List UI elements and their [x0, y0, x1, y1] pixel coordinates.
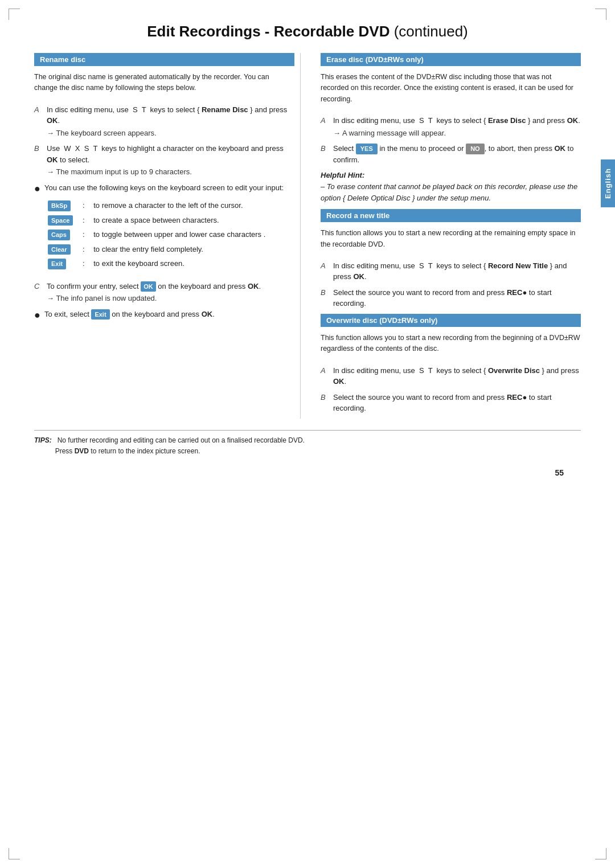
bksp-desc: to remove a character to the left of the… [91, 199, 282, 212]
rename-step-c: C To confirm your entry, select OK on th… [34, 281, 294, 304]
keyboard-keys-list: ● You can use the following keys on the … [34, 182, 294, 276]
clear-desc: to clear the entry field completely. [91, 243, 282, 256]
col-left: Rename disc The original disc name is ge… [34, 53, 301, 419]
corner-mark-br [595, 848, 606, 859]
rename-step-a: A In disc editing menu, use S T keys to … [34, 104, 294, 139]
record-step-a: A In disc editing menu, use S T keys to … [321, 260, 581, 282]
page: English Edit Recordings - Recordable DVD… [0, 0, 615, 868]
step-a-body: In disc editing menu, use S T keys to se… [47, 104, 294, 139]
bullet-dot-1: ● [34, 182, 44, 276]
erase-disc-header: Erase disc (DVD±RWs only) [321, 53, 581, 66]
col-right: Erase disc (DVD±RWs only) This erases th… [318, 53, 581, 419]
erase-steps: A In disc editing menu, use S T keys to … [321, 115, 581, 165]
no-button-inline: NO [466, 144, 485, 154]
rename-step-c-list: C To confirm your entry, select OK on th… [34, 281, 294, 304]
step-letter-b: B [34, 143, 47, 178]
yes-button-inline: YES [356, 144, 378, 154]
step-b-note: The maximum input is up to 9 characters. [47, 166, 294, 178]
rename-step-b: B Use W X S T keys to highlight a charac… [34, 143, 294, 178]
page-title: Edit Recordings - Recordable DVD (contin… [34, 23, 581, 40]
erase-step-letter-b: B [321, 143, 333, 165]
caps-key: Caps [48, 230, 70, 240]
step-letter-c: C [34, 281, 47, 304]
exit-key-desc: to exit the keyboard screen. [91, 257, 282, 271]
keyboard-keys-intro: ● You can use the following keys on the … [34, 182, 294, 276]
key-space-row: Space : to create a space between charac… [46, 214, 282, 227]
record-step-letter-b: B [321, 287, 333, 309]
erase-step-a-body: In disc editing menu, use S T keys to se… [333, 115, 581, 138]
space-key: Space [48, 215, 73, 226]
page-number: 55 [34, 468, 581, 477]
bksp-key: BkSp [48, 200, 71, 211]
record-new-title-intro: This function allows you to start a new … [321, 228, 581, 250]
overwrite-step-b: B Select the source you want to record f… [321, 392, 581, 414]
helpful-hint: Helpful Hint: – To erase content that ca… [321, 171, 581, 203]
record-step-letter-a: A [321, 260, 333, 282]
erase-step-letter-a: A [321, 115, 333, 138]
rename-disc-header: Rename disc [34, 53, 294, 66]
step-c-note: The info panel is now updated. [47, 293, 294, 304]
bullet-dot-2: ● [34, 309, 44, 320]
step-b-body: Use W X S T keys to highlight a characte… [47, 143, 294, 178]
caps-desc: to toggle between upper and lower case c… [91, 228, 282, 241]
title-continued: (continued) [394, 23, 468, 40]
record-steps: A In disc editing menu, use S T keys to … [321, 260, 581, 309]
record-step-b: B Select the source you want to record f… [321, 287, 581, 309]
overwrite-steps: A In disc editing menu, use S T keys to … [321, 365, 581, 414]
exit-bullet: ● To exit, select Exit on the keyboard a… [34, 309, 294, 320]
key-table: BkSp : to remove a character to the left… [44, 198, 284, 272]
exit-key: Exit [48, 259, 66, 269]
record-new-title-header: Record a new title [321, 209, 581, 222]
two-column-layout: Rename disc The original disc name is ge… [34, 53, 581, 419]
erase-step-b-body: Select YES in the menu to proceed or NO,… [333, 143, 581, 165]
overwrite-step-b-body: Select the source you want to record fro… [333, 392, 581, 414]
space-desc: to create a space between characters. [91, 214, 282, 227]
ok-button-inline: OK [141, 281, 156, 292]
exit-bullet-text: To exit, select Exit on the keyboard and… [44, 309, 215, 320]
exit-bullet-list: ● To exit, select Exit on the keyboard a… [34, 309, 294, 320]
overwrite-step-letter-b: B [321, 392, 333, 414]
key-clear-row: Clear : to clear the entry field complet… [46, 243, 282, 256]
record-step-b-body: Select the source you want to record fro… [333, 287, 581, 309]
corner-mark-bl [9, 848, 20, 859]
erase-step-a-note: A warning message will appear. [333, 128, 581, 139]
key-bksp-row: BkSp : to remove a character to the left… [46, 199, 282, 212]
clear-key: Clear [48, 244, 71, 255]
hint-body: – To erase content that cannot be played… [321, 181, 581, 203]
overwrite-step-a-body: In disc editing menu, use S T keys to se… [333, 365, 581, 387]
record-step-a-body: In disc editing menu, use S T keys to se… [333, 260, 581, 282]
rename-steps: A In disc editing menu, use S T keys to … [34, 104, 294, 178]
overwrite-disc-intro: This function allows you to start a new … [321, 333, 581, 355]
corner-mark-tl [9, 9, 20, 20]
erase-disc-intro: This erases the content of the DVD±RW di… [321, 72, 581, 105]
corner-mark-tr [595, 9, 606, 20]
tips-label: TIPS: [34, 436, 52, 444]
tips-section: TIPS: No further recording and editing c… [34, 430, 581, 457]
overwrite-step-letter-a: A [321, 365, 333, 387]
key-exit-row: Exit : to exit the keyboard screen. [46, 257, 282, 271]
english-tab: English [601, 159, 615, 207]
keyboard-keys-intro-text: You can use the following keys on the ke… [44, 182, 284, 276]
erase-step-a: A In disc editing menu, use S T keys to … [321, 115, 581, 138]
hint-title: Helpful Hint: [321, 171, 581, 179]
key-caps-row: Caps : to toggle between upper and lower… [46, 228, 282, 241]
erase-step-b: B Select YES in the menu to proceed or N… [321, 143, 581, 165]
exit-button-inline: Exit [91, 309, 109, 320]
overwrite-disc-header: Overwrite disc (DVD±RWs only) [321, 314, 581, 327]
step-a-note: The keyboard screen appears. [47, 128, 294, 139]
step-letter-a: A [34, 104, 47, 139]
overwrite-step-a: A In disc editing menu, use S T keys to … [321, 365, 581, 387]
rename-disc-intro: The original disc name is generated auto… [34, 72, 294, 94]
step-c-body: To confirm your entry, select OK on the … [47, 281, 294, 304]
